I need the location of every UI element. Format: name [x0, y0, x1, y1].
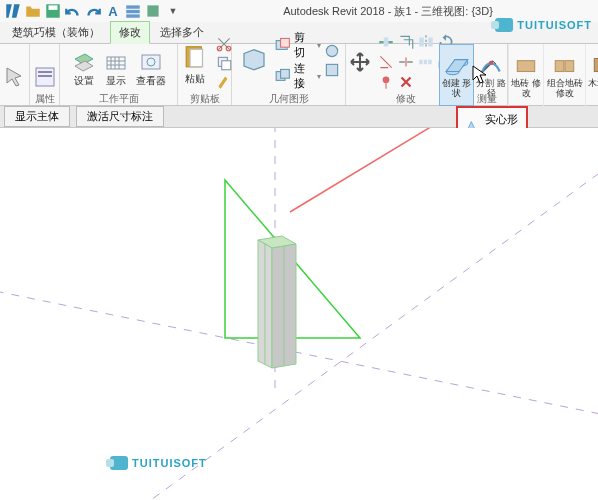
text-icon[interactable]: A	[104, 2, 122, 20]
redo-icon[interactable]	[84, 2, 102, 20]
quick-access-toolbar: A ▼	[4, 2, 182, 20]
svg-rect-3	[126, 10, 140, 13]
panel-select	[0, 44, 30, 105]
delete-icon[interactable]	[397, 73, 415, 91]
svg-rect-2	[126, 5, 140, 8]
properties-button[interactable]	[30, 63, 60, 91]
mirror-icon[interactable]	[417, 33, 435, 51]
svg-rect-21	[281, 69, 290, 78]
panel-workplane: 设置 显示 查看器 工作平面	[60, 44, 178, 105]
wood-floor-label: 木地 修改	[586, 78, 598, 98]
svg-rect-35	[555, 61, 564, 72]
geom-tool2-icon[interactable]	[323, 61, 341, 79]
floor-modify-button[interactable]: 地砖 修改	[509, 44, 544, 106]
panel-clip-label: 剪贴板	[190, 91, 220, 104]
svg-rect-13	[190, 49, 203, 67]
svg-rect-17	[221, 61, 230, 70]
svg-point-33	[489, 61, 493, 65]
join-geom-button[interactable]: 连接▾	[274, 61, 321, 91]
app-title: Autodesk Revit 2018 -	[283, 5, 391, 17]
axis-2	[140, 158, 598, 500]
wood-floor-button[interactable]: 木地 修改	[586, 44, 598, 106]
chevron-down-icon[interactable]: ▼	[164, 2, 182, 20]
axis-1	[0, 288, 598, 418]
window-title: Autodesk Revit 2018 - 族1 - 三维视图: {3D}	[182, 4, 594, 19]
svg-point-30	[382, 76, 389, 83]
create-form-button[interactable]: 创建 形状	[439, 44, 474, 106]
tab-context-prefix[interactable]: 楚筑巧模（装饰）	[4, 22, 108, 43]
set-button[interactable]: 设置	[69, 49, 99, 88]
svg-rect-5	[147, 5, 158, 16]
svg-rect-7	[38, 71, 52, 73]
annotation-arrow	[290, 128, 462, 212]
open-icon[interactable]	[24, 2, 42, 20]
floor-modify-label: 地砖 修改	[509, 78, 543, 98]
split-icon[interactable]	[397, 53, 415, 71]
paste-label: 粘贴	[185, 73, 205, 84]
show-label: 显示	[106, 75, 126, 86]
panel-prop-label: 属性	[35, 91, 55, 104]
pin-icon[interactable]	[377, 73, 395, 91]
activate-dim-button[interactable]: 激活尺寸标注	[76, 106, 164, 127]
ribbon: 属性 设置 显示 查看器 工作平面 粘贴 剪贴板 剪切▾ 连接▾	[0, 44, 598, 106]
viewport-3d[interactable]: TUITUISOFT	[0, 128, 598, 500]
svg-rect-8	[38, 75, 52, 77]
watermark-logo-2: TUITUISOFT	[495, 18, 592, 32]
model-column	[258, 236, 296, 368]
show-host-button[interactable]: 显示主体	[4, 106, 70, 127]
align-icon[interactable]	[377, 33, 395, 51]
split-path-button[interactable]: 分割 路径	[474, 44, 509, 106]
panel-geometry: 剪切▾ 连接▾ 几何图形	[232, 44, 346, 105]
svg-rect-25	[419, 60, 422, 65]
panel-work-label: 工作平面	[99, 91, 139, 104]
undo-icon[interactable]	[64, 2, 82, 20]
copy-icon[interactable]	[215, 54, 233, 72]
watermark-text-1: TUITUISOFT	[132, 457, 207, 469]
show-button[interactable]: 显示	[101, 49, 131, 88]
geom-tool1-icon[interactable]	[323, 42, 341, 60]
viewport-svg	[0, 128, 598, 500]
svg-rect-26	[423, 60, 426, 65]
combo-floor-label: 组合地砖 修改	[544, 78, 585, 98]
viewer-label: 查看器	[136, 75, 166, 86]
svg-rect-9	[107, 57, 125, 69]
panel-clipboard: 粘贴 剪贴板	[178, 44, 232, 105]
viewer-button[interactable]: 查看器	[133, 49, 169, 88]
array-icon[interactable]	[417, 53, 435, 71]
svg-rect-23	[326, 64, 337, 75]
svg-rect-19	[281, 38, 290, 47]
cope-button[interactable]	[236, 44, 272, 78]
offset-icon[interactable]	[397, 33, 415, 51]
select-button[interactable]	[0, 63, 30, 91]
svg-point-22	[326, 45, 337, 56]
tab-modify[interactable]: 修改	[110, 21, 150, 44]
set-label: 设置	[74, 75, 94, 86]
trim-icon[interactable]	[377, 53, 395, 71]
svg-rect-1	[49, 5, 58, 10]
cut-icon[interactable]	[215, 35, 233, 53]
svg-rect-10	[142, 55, 160, 69]
app-menu-icon[interactable]	[4, 2, 22, 20]
svg-rect-4	[126, 14, 140, 17]
svg-rect-24	[383, 38, 388, 47]
recent-icon[interactable]	[124, 2, 142, 20]
svg-rect-37	[594, 59, 598, 72]
svg-rect-34	[517, 61, 534, 72]
panel-create: 创建 形状 分割 路径 地砖 修改 组合地砖 修改 木地 修改	[439, 44, 598, 106]
split-path-label: 分割 路径	[474, 78, 508, 98]
cut-geom-label: 剪切	[294, 30, 315, 60]
more-icon[interactable]	[144, 2, 162, 20]
paste-button[interactable]: 粘贴	[177, 41, 213, 86]
panel-modify-label: 修改	[396, 91, 416, 104]
watermark-logo-1: TUITUISOFT	[110, 456, 207, 470]
cut-geom-button[interactable]: 剪切▾	[274, 30, 321, 60]
svg-rect-27	[428, 60, 431, 65]
move-button[interactable]	[345, 48, 375, 76]
panel-properties: 属性	[30, 44, 60, 105]
combo-floor-button[interactable]: 组合地砖 修改	[544, 44, 586, 106]
save-icon[interactable]	[44, 2, 62, 20]
panel-geom-label: 几何图形	[269, 91, 309, 104]
doc-title: 族1 - 三维视图: {3D}	[394, 5, 492, 17]
create-form-label: 创建 形状	[440, 78, 473, 98]
match-icon[interactable]	[215, 73, 233, 91]
